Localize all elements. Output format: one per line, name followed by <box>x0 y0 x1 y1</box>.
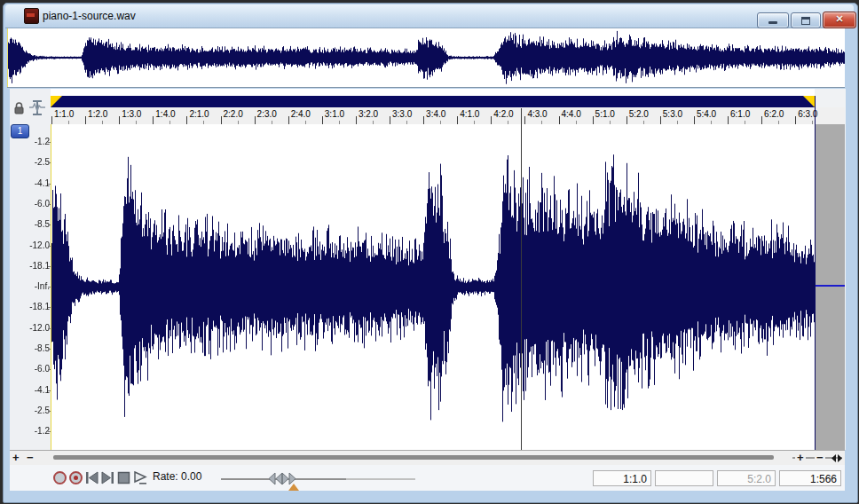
screenshot-root: piano-1-source.wav ✕ 1 1:1.01:2.01:3.01:… <box>0 0 859 504</box>
restore-button[interactable] <box>791 12 821 28</box>
play-button[interactable] <box>133 471 146 484</box>
ruler-label: 4:4.0 <box>562 109 581 119</box>
play-cursor-line <box>521 108 522 459</box>
ruler-tick <box>153 116 154 124</box>
ruler-tick <box>390 116 390 124</box>
ruler-label: 2:1.0 <box>189 109 209 119</box>
ruler-tick <box>356 116 357 124</box>
horizontal-arrows-icon[interactable] <box>831 452 843 463</box>
ruler-tick <box>795 116 796 124</box>
end-of-file-line <box>815 96 816 450</box>
ruler-tick <box>255 116 256 124</box>
ruler-tick <box>186 116 187 124</box>
vertical-zoom-in-button[interactable]: + <box>12 451 20 464</box>
ruler-label: 5:1.0 <box>595 109 615 119</box>
ruler-tick <box>694 116 695 124</box>
ruler-tick <box>423 116 424 124</box>
overview-cursor-line <box>7 28 8 87</box>
db-scale-tick <box>48 287 51 287</box>
db-scale-label: -12.0 <box>29 240 50 250</box>
status-selection-end[interactable]: 5:2.0 <box>717 470 776 486</box>
ruler-label: 3:4.0 <box>426 109 445 119</box>
ruler-tick <box>51 116 52 124</box>
ruler-tick <box>491 116 492 124</box>
ruler-tick <box>119 116 120 124</box>
rate-slider-track-end <box>346 478 415 480</box>
ruler-label: 4:3.0 <box>527 109 547 119</box>
db-scale-tick <box>48 328 51 329</box>
status-view-ratio[interactable]: 1:566 <box>779 470 841 486</box>
horizontal-zoom-out-button[interactable]: − <box>815 451 825 464</box>
ruler-tick <box>457 116 458 124</box>
status-selection-start[interactable] <box>655 470 713 486</box>
ruler-label: 1:1.0 <box>54 109 74 119</box>
minimize-button[interactable] <box>757 12 789 28</box>
db-scale-label: -12.0 <box>29 323 50 333</box>
ruler-tick <box>322 116 323 124</box>
go-to-end-icon <box>101 471 114 484</box>
stop-icon <box>117 471 130 484</box>
rate-center-marker <box>288 484 299 491</box>
ruler-label: 4:2.0 <box>493 109 513 119</box>
horizontal-zoom-in-button[interactable]: + <box>795 451 806 464</box>
ruler-label: 2:2.0 <box>224 109 243 119</box>
db-scale-tick <box>48 390 51 391</box>
ruler-label: 5:3.0 <box>663 109 682 119</box>
ruler-label: 2:3.0 <box>257 109 277 119</box>
go-to-end-button[interactable] <box>101 471 114 484</box>
db-scale-tick <box>48 142 51 143</box>
minimize-icon <box>768 21 777 24</box>
db-scale-tick <box>48 266 51 267</box>
ruler-tick <box>559 116 560 124</box>
end-of-file-region <box>815 124 845 450</box>
db-scale-tick <box>48 224 51 225</box>
record-button[interactable] <box>53 471 67 484</box>
waveform-canvas[interactable] <box>51 124 815 450</box>
db-scale-tick <box>48 246 51 247</box>
vertical-zoom-out-button[interactable]: − <box>27 451 34 464</box>
db-scale-tick <box>48 411 51 412</box>
horizontal-scrollbar-thumb[interactable] <box>53 455 774 460</box>
go-to-start-icon <box>85 471 99 484</box>
ruler-tick <box>660 116 661 124</box>
ruler-tick <box>524 116 525 124</box>
overview-waveform-canvas[interactable] <box>7 28 845 87</box>
restore-icon <box>801 17 810 25</box>
stop-button[interactable] <box>117 471 130 484</box>
ruler-label: 1:4.0 <box>155 109 175 119</box>
loop-playback-button[interactable] <box>69 471 83 484</box>
ruler-label: 1:3.0 <box>122 109 141 119</box>
wav-file-icon <box>24 8 39 24</box>
ruler-label: 6:2.0 <box>764 109 784 119</box>
ruler-tick <box>593 116 594 124</box>
track-number-badge[interactable]: 1 <box>11 124 29 138</box>
ruler-label: 3:1.0 <box>325 109 344 119</box>
close-button[interactable]: ✕ <box>823 12 856 28</box>
db-scale-tick <box>48 349 51 350</box>
play-icon <box>133 471 148 484</box>
window-title: piano-1-source.wav <box>43 10 136 22</box>
overview-waveform-panel[interactable] <box>7 28 845 88</box>
time-ruler[interactable]: 1:1.01:2.01:3.01:4.02:1.02:2.02:3.02:4.0… <box>51 107 845 125</box>
db-scale-tick <box>48 369 51 370</box>
ruler-label: 6:1.0 <box>730 109 750 119</box>
status-cursor-position[interactable]: 1:1.0 <box>593 470 651 486</box>
center-zero-line <box>815 285 845 287</box>
selection-loop-bar[interactable] <box>51 96 815 107</box>
ruler-label: 5:4.0 <box>697 109 716 119</box>
ruler-gap <box>51 89 815 96</box>
ruler-label: 4:1.0 <box>460 109 479 119</box>
wave-start-cursor-line <box>51 124 51 450</box>
ruler-label: 1:2.0 <box>88 109 107 119</box>
ruler-label: 3:3.0 <box>392 109 412 119</box>
ruler-tick <box>85 116 86 124</box>
db-scale-tick <box>48 184 51 185</box>
waveform-area[interactable] <box>51 124 815 450</box>
go-to-start-button[interactable] <box>85 471 99 484</box>
db-scale-tick <box>48 162 51 163</box>
wave-cursor-icon[interactable] <box>29 99 45 116</box>
lock-icon[interactable] <box>13 102 25 114</box>
ruler-label: 2:4.0 <box>291 109 311 119</box>
db-scale-tick <box>48 431 51 432</box>
ruler-tick <box>627 116 627 124</box>
